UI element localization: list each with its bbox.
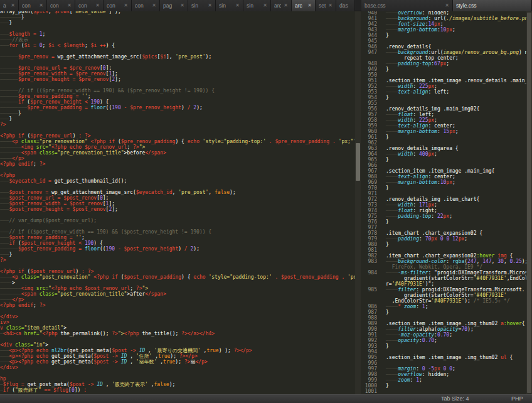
code-text: ──────if ($pre_renov_height < 190) { [0, 99, 109, 105]
code-text: .section_item .item_image .main_img{ [386, 168, 494, 174]
line-number: 969 [361, 180, 377, 185]
line-number: 996 [361, 360, 377, 366]
code-line: ───} [0, 116, 360, 122]
code-line: 979────padding: 70px 0 0 12px; [361, 236, 532, 242]
tab-con[interactable]: con✕ [75, 0, 104, 11]
tab-arc[interactable]: arc✕ [271, 0, 292, 11]
tab-con[interactable]: con✕ [19, 0, 47, 11]
tab-close-icon[interactable]: ✕ [152, 3, 156, 8]
tab-close-icon[interactable]: ✕ [124, 3, 128, 8]
tab-con[interactable]: con✕ [132, 0, 160, 11]
code-line: ────> [0, 280, 360, 286]
code-text: ────width: 400px; [386, 151, 437, 157]
code-text: r='#40F7931E')"; [386, 281, 434, 287]
code-line: 973────width: 171px; [361, 202, 532, 208]
tab-con[interactable]: con✕ [104, 0, 132, 11]
code-text: .renov_details_img .main_img02{ [386, 106, 479, 112]
code-text: gradient(startColorStr='#40F7931E',EndCo… [386, 276, 531, 281]
code-line: 1001 [361, 389, 532, 394]
code-text: ────-moz-opacity:0.70; [386, 332, 452, 338]
line-number: 946 [361, 44, 377, 50]
code-text: ───<p><?php echo get_post_meta($post -> … [0, 353, 198, 359]
code-text: ───$post_renov_height = $post_renov[2]; [0, 207, 118, 212]
code-line [0, 212, 360, 218]
code-line [0, 184, 360, 190]
code-text: FireFox, Webkit, Opera, IE9 */ [386, 264, 482, 270]
code-text: ───$post_renov_width = $post_renov[1]; [0, 201, 115, 207]
line-number: 943 [361, 27, 377, 33]
line-number: 987 [361, 309, 377, 315]
code-line [0, 82, 360, 88]
tab-arc[interactable]: arc✕ [292, 0, 316, 11]
right-editor-pane[interactable]: 940────overflow: hidden;941────backgroun… [361, 11, 532, 394]
code-line: ───────<span class="post_renovation_titl… [0, 291, 360, 297]
line-number: 950 [361, 72, 377, 78]
tab-close-icon[interactable]: ✕ [284, 3, 288, 8]
tab-close-icon[interactable]: ✕ [67, 3, 72, 8]
tab-close-icon[interactable]: ✕ [95, 3, 100, 8]
left-scrollbar-thumb[interactable] [356, 143, 360, 181]
code-line: 944} [361, 33, 532, 38]
code-line: </div> [0, 314, 360, 320]
code-text: ──────$pre_renov_height = $pre_renov[2]; [0, 77, 121, 82]
code-line [0, 60, 360, 65]
tab-close-icon[interactable]: ✕ [328, 3, 332, 8]
code-line: ───$post_renov = wp_get_attachment_image… [0, 190, 360, 195]
code-line: 940────overflow: hidden; [361, 11, 532, 16]
tab-close-icon[interactable]: ✕ [180, 3, 184, 8]
code-line [0, 167, 360, 173]
code-line: ────</p> [0, 297, 360, 303]
tab-bar: a✕con✕con✕con✕con✕con✕pag✕sin✕sin✕sin✕ar… [0, 0, 532, 11]
tab-label: con [50, 3, 65, 9]
status-bar: Tab Size: 4 PHP [0, 394, 532, 403]
code-line: gradient(startColorStr='#40F7931E' [361, 293, 532, 298]
code-text: iv> [0, 320, 9, 325]
code-text: ───────<span class="post_renovation_titl… [0, 291, 166, 297]
code-text: ───$post_renov_padding = ''; [0, 235, 85, 240]
left-scrollbar[interactable] [355, 11, 361, 394]
tab-a[interactable]: a✕ [0, 0, 19, 11]
status-syntax-selector[interactable]: PHP [511, 395, 523, 402]
code-text: ────* zoom: 1; [386, 304, 428, 309]
code-line: ───────<img src="<?php echo $pre_renov_u… [0, 144, 360, 150]
line-number: 940 [361, 11, 377, 16]
code-text: ────padding-top:67px; [386, 61, 449, 67]
code-text: ──────// if (($pre_renov_width == 190) &… [0, 88, 215, 94]
right-scrollbar-thumb[interactable] [527, 13, 531, 393]
code-line: ───────<span class="pre_renovation_title… [0, 150, 360, 156]
line-number: 958 [361, 117, 377, 123]
code-line: 987} [361, 309, 532, 315]
tab-con[interactable]: con✕ [47, 0, 75, 11]
code-text: .section_item .item_image .img_thum02 a:… [386, 321, 525, 326]
tab-base-css[interactable]: base.css✕ [361, 0, 453, 11]
tab-pag[interactable]: pag✕ [160, 0, 188, 11]
tab-close-icon[interactable]: ✕ [39, 3, 43, 8]
code-line: r='#40F7931E')"; [361, 281, 532, 287]
code-line: ────<p class="post_renovation" <?php if … [0, 274, 360, 280]
code-line: 983────background-color: rgba(247, 147, … [361, 259, 532, 264]
tab-close-icon[interactable]: ✕ [208, 3, 212, 8]
tab-style-css[interactable]: style.css [453, 0, 532, 11]
code-text: ───for ($i = 0; $i < $length; $i ++) { [0, 43, 115, 48]
tab-close-icon[interactable]: ✕ [307, 3, 312, 8]
code-text: ───<p><?php echo nl2br(get_post_meta($po… [0, 348, 252, 353]
code-text: ──────$pre_renov_url = $pre_renov[0]; [0, 65, 112, 71]
left-editor-pane[interactable]: array_push($pics, $rows['meta_value'] );… [0, 11, 361, 394]
tab-close-icon[interactable]: ✕ [235, 3, 240, 8]
tab-label: style.css [456, 3, 528, 9]
line-number: 999 [361, 377, 377, 383]
tab-sin[interactable]: sin✕ [243, 0, 271, 11]
code-line: <?php [0, 173, 360, 178]
tab-das[interactable]: das [336, 0, 355, 11]
code-line: ───$post_renov_height = $post_renov[2]; [0, 207, 360, 212]
status-tab-size[interactable]: Tab Size: 4 [441, 395, 469, 402]
tab-set[interactable]: set✕ [316, 0, 336, 11]
tab-close-icon[interactable]: ✕ [263, 3, 267, 8]
tab-label: con [78, 3, 93, 9]
code-text: ─if ("販売終了" == $flug[0]) : [0, 387, 87, 393]
right-scrollbar[interactable] [526, 11, 532, 394]
tab-sin[interactable]: sin✕ [188, 0, 216, 11]
tab-sin[interactable]: sin✕ [216, 0, 243, 11]
tab-close-icon[interactable]: ✕ [11, 3, 15, 8]
tab-close-icon[interactable]: ✕ [445, 3, 449, 8]
